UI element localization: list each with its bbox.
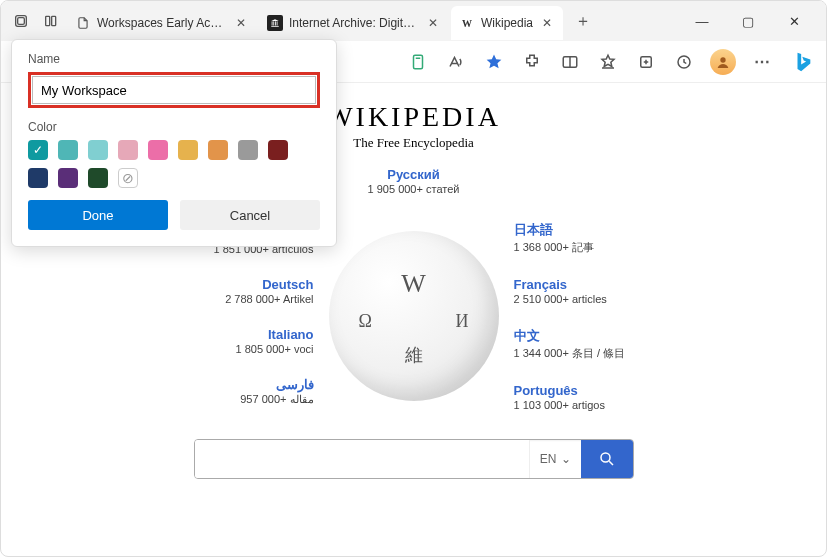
search-bar: EN ⌄ (194, 439, 634, 479)
color-swatch-row-2 (28, 168, 320, 188)
history-icon[interactable] (672, 50, 696, 74)
svg-rect-9 (414, 55, 423, 69)
maximize-button[interactable]: ▢ (734, 14, 762, 29)
svg-rect-1 (18, 18, 25, 25)
color-label: Color (28, 120, 320, 134)
search-button[interactable] (581, 440, 633, 478)
workspace-name-input[interactable] (32, 76, 316, 104)
tab-label: Internet Archive: Digital Lib (289, 16, 419, 30)
search-language-select[interactable]: EN ⌄ (529, 440, 581, 478)
svg-rect-3 (52, 16, 56, 25)
lang-link[interactable]: 日本語1 368 000+ 記事 (514, 221, 594, 255)
collections-icon[interactable] (634, 50, 658, 74)
tab-archive[interactable]: Internet Archive: Digital Lib ✕ (259, 6, 449, 40)
color-swatch[interactable] (148, 140, 168, 160)
close-window-button[interactable]: ✕ (780, 14, 808, 29)
close-icon[interactable]: ✕ (425, 15, 441, 31)
name-input-highlight (28, 72, 320, 108)
tab-workspaces[interactable]: Workspaces Early Access ✕ (67, 6, 257, 40)
wikipedia-wordmark: WIKIPEDIA (326, 101, 501, 133)
svg-rect-2 (46, 16, 50, 25)
archive-icon (267, 15, 283, 31)
svg-rect-5 (273, 21, 274, 25)
color-swatch[interactable] (208, 140, 228, 160)
color-swatch[interactable] (58, 168, 78, 188)
lang-link[interactable]: Deutsch2 788 000+ Artikel (225, 277, 313, 305)
workspace-popup: Name Color Done Cancel (11, 39, 337, 247)
shopping-icon[interactable] (406, 50, 430, 74)
more-icon[interactable]: ⋯ (750, 50, 774, 74)
done-button[interactable]: Done (28, 200, 168, 230)
lang-link[interactable]: Français2 510 000+ articles (514, 277, 607, 305)
svg-rect-6 (275, 21, 276, 25)
profile-avatar[interactable] (710, 49, 736, 75)
color-swatch[interactable] (178, 140, 198, 160)
lang-link[interactable]: Português1 103 000+ artigos (514, 383, 605, 411)
color-swatch[interactable] (28, 140, 48, 160)
chevron-down-icon: ⌄ (561, 452, 571, 466)
svg-rect-8 (271, 26, 279, 27)
favorites-list-icon[interactable] (596, 50, 620, 74)
lang-link-ru[interactable]: Русский 1 905 000+ статей (368, 167, 460, 195)
search-input[interactable] (195, 440, 529, 478)
tab-actions-icon[interactable] (37, 7, 65, 35)
read-aloud-icon[interactable] (444, 50, 468, 74)
extensions-icon[interactable] (520, 50, 544, 74)
color-swatch[interactable] (118, 140, 138, 160)
svg-point-17 (720, 57, 725, 62)
color-swatch[interactable] (238, 140, 258, 160)
color-swatch[interactable] (88, 168, 108, 188)
svg-rect-4 (272, 21, 273, 25)
split-screen-icon[interactable] (558, 50, 582, 74)
tab-strip: Workspaces Early Access ✕ Internet Archi… (1, 1, 826, 41)
svg-line-19 (609, 461, 613, 465)
svg-rect-7 (277, 21, 278, 25)
close-icon[interactable]: ✕ (539, 15, 555, 31)
favorite-star-icon[interactable] (482, 50, 506, 74)
tab-wikipedia[interactable]: W Wikipedia ✕ (451, 6, 563, 40)
svg-point-18 (601, 453, 610, 462)
page-icon (75, 15, 91, 31)
tab-label: Workspaces Early Access (97, 16, 227, 30)
new-tab-button[interactable]: ＋ (569, 7, 597, 35)
lang-link[interactable]: Italiano1 805 000+ voci (236, 327, 314, 355)
wikipedia-subtitle: The Free Encyclopedia (353, 135, 474, 151)
color-swatch[interactable] (88, 140, 108, 160)
window-controls: — ▢ ✕ (676, 14, 820, 29)
cancel-button[interactable]: Cancel (180, 200, 320, 230)
workspaces-icon[interactable] (7, 7, 35, 35)
wikipedia-globe: WΩИ維 (329, 231, 499, 401)
color-swatch[interactable] (268, 140, 288, 160)
color-swatch-none[interactable] (118, 168, 138, 188)
wikipedia-icon: W (459, 15, 475, 31)
name-label: Name (28, 52, 320, 66)
minimize-button[interactable]: — (688, 14, 716, 29)
lang-link[interactable]: 中文1 344 000+ 条目 / 條目 (514, 327, 626, 361)
tab-label: Wikipedia (481, 16, 533, 30)
color-swatch-row-1 (28, 140, 320, 160)
bing-icon[interactable] (788, 47, 818, 77)
lang-link[interactable]: فارسی957 000+ مقاله (240, 377, 313, 406)
close-icon[interactable]: ✕ (233, 15, 249, 31)
color-swatch[interactable] (58, 140, 78, 160)
color-swatch[interactable] (28, 168, 48, 188)
